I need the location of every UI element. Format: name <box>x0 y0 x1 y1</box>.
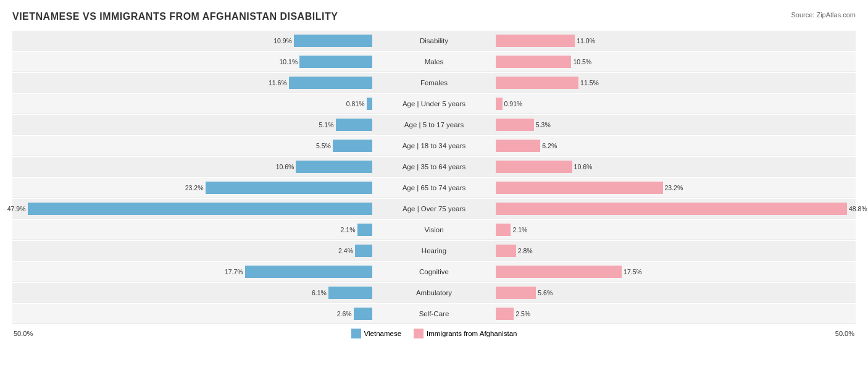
right-value: 0.91% <box>504 100 523 107</box>
left-bar-container: 17.7% <box>12 266 372 278</box>
chart-source: Source: ZipAtlas.com <box>791 11 856 19</box>
left-bar-container: 0.81% <box>12 98 372 110</box>
left-bar-container: 11.6% <box>12 77 372 89</box>
row-inner: 2.4% Hearing 2.8% <box>12 241 856 260</box>
bar-row: 23.2% Age | 65 to 74 years 23.2% <box>12 178 856 198</box>
left-value: 2.1% <box>341 226 356 233</box>
bar-row: 2.4% Hearing 2.8% <box>12 241 856 261</box>
right-bar-container: 2.1% <box>496 224 856 236</box>
bar-pink: 10.6% <box>496 161 572 173</box>
bar-row: 6.1% Ambulatory 5.6% <box>12 283 856 303</box>
right-section: 2.5% <box>496 304 856 323</box>
bar-blue: 10.6% <box>296 161 372 173</box>
left-value: 0.81% <box>346 100 365 107</box>
right-value: 10.6% <box>574 163 593 170</box>
right-section: 11.5% <box>496 73 856 92</box>
legend-box-blue <box>351 329 361 338</box>
bar-row: 10.9% Disability 11.0% <box>12 31 856 51</box>
right-section: 10.5% <box>496 52 856 71</box>
row-inner: 10.1% Males 10.5% <box>12 52 856 71</box>
right-value: 2.8% <box>518 247 533 254</box>
right-value: 5.3% <box>536 121 551 128</box>
bar-blue: 5.1% <box>336 119 372 131</box>
left-section: 2.4% <box>12 241 372 260</box>
row-inner: 5.1% Age | 5 to 17 years 5.3% <box>12 115 856 134</box>
left-section: 5.1% <box>12 115 372 134</box>
bar-label: Ambulatory <box>372 289 496 296</box>
chart-header: VIETNAMESE VS IMMIGRANTS FROM AFGHANISTA… <box>12 11 856 22</box>
bar-pink: 0.91% <box>496 98 503 110</box>
left-section: 10.6% <box>12 157 372 176</box>
bar-pink: 48.8% <box>496 203 847 215</box>
right-bar-container: 2.5% <box>496 308 856 320</box>
right-value: 11.0% <box>577 37 595 44</box>
bar-row: 17.7% Cognitive 17.5% <box>12 262 856 282</box>
left-section: 10.9% <box>12 31 372 50</box>
bar-pink: 5.3% <box>496 119 534 131</box>
right-value: 17.5% <box>624 268 642 275</box>
right-value: 5.6% <box>538 289 553 296</box>
left-bar-container: 5.1% <box>12 119 372 131</box>
left-bar-container: 10.9% <box>12 35 372 47</box>
right-section: 6.2% <box>496 136 856 155</box>
bar-pink: 6.2% <box>496 140 540 152</box>
left-bar-container: 5.5% <box>12 140 372 152</box>
bar-label: Males <box>372 58 496 65</box>
left-value: 10.1% <box>279 58 298 65</box>
right-section: 11.0% <box>496 31 856 50</box>
bar-row: 11.6% Females 11.5% <box>12 73 856 93</box>
right-bar-container: 2.8% <box>496 245 856 257</box>
left-section: 5.5% <box>12 136 372 155</box>
bar-blue: 10.9% <box>294 35 372 47</box>
right-bar-container: 23.2% <box>496 182 856 194</box>
right-bar-container: 10.6% <box>496 161 856 173</box>
bar-blue: 0.81% <box>367 98 372 110</box>
bar-label: Hearing <box>372 247 496 254</box>
right-bar-container: 48.8% <box>496 203 856 215</box>
bar-pink: 2.5% <box>496 308 514 320</box>
legend-label-blue: Vietnamese <box>364 330 402 337</box>
bars-area: 10.9% Disability 11.0% <box>12 31 856 324</box>
row-inner: 6.1% Ambulatory 5.6% <box>12 283 856 302</box>
right-section: 2.8% <box>496 241 856 260</box>
bar-blue: 17.7% <box>245 266 372 278</box>
left-bar-container: 10.1% <box>12 56 372 68</box>
left-section: 23.2% <box>12 178 372 197</box>
left-value: 17.7% <box>225 268 243 275</box>
bar-blue: 11.6% <box>289 77 372 89</box>
left-bar-container: 2.4% <box>12 245 372 257</box>
chart-title: VIETNAMESE VS IMMIGRANTS FROM AFGHANISTA… <box>12 11 338 22</box>
right-bar-container: 11.0% <box>496 35 856 47</box>
bar-label: Age | Over 75 years <box>372 205 496 212</box>
left-section: 47.9% <box>12 199 372 218</box>
row-inner: 11.6% Females 11.5% <box>12 73 856 92</box>
bar-pink: 2.1% <box>496 224 511 236</box>
left-section: 10.1% <box>12 52 372 71</box>
right-section: 0.91% <box>496 94 856 113</box>
bar-pink: 2.8% <box>496 245 516 257</box>
bar-row: 47.9% Age | Over 75 years 48.8% <box>12 199 856 219</box>
bar-label: Vision <box>372 226 496 233</box>
right-bar-container: 10.5% <box>496 56 856 68</box>
bar-blue: 2.1% <box>357 224 372 236</box>
bar-label: Females <box>372 79 496 86</box>
left-value: 11.6% <box>269 79 287 86</box>
bar-label: Cognitive <box>372 268 496 275</box>
legend-item-blue: Vietnamese <box>351 329 402 338</box>
bar-label: Age | 18 to 34 years <box>372 142 496 149</box>
bar-row: 2.1% Vision 2.1% <box>12 220 856 240</box>
right-value: 48.8% <box>849 205 867 212</box>
bar-blue: 5.5% <box>333 140 372 152</box>
left-section: 6.1% <box>12 283 372 302</box>
legend-item-pink: Immigrants from Afghanistan <box>414 329 517 338</box>
left-value: 2.6% <box>337 310 352 317</box>
left-bar-container: 23.2% <box>12 182 372 194</box>
bar-row: 2.6% Self-Care 2.5% <box>12 304 856 324</box>
bar-row: 0.81% Age | Under 5 years 0.91% <box>12 94 856 114</box>
footer-scale-right: 50.0% <box>835 330 854 337</box>
bar-label: Disability <box>372 37 496 44</box>
left-bar-container: 10.6% <box>12 161 372 173</box>
bar-label: Age | 65 to 74 years <box>372 184 496 191</box>
bar-blue: 6.1% <box>328 287 372 299</box>
bar-blue: 2.6% <box>354 308 372 320</box>
